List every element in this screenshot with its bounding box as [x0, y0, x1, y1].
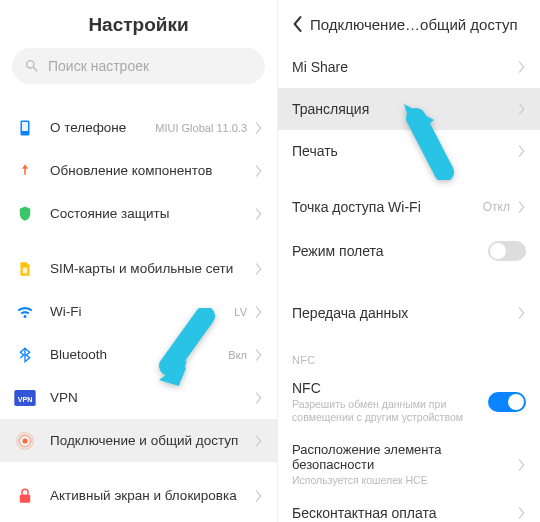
chevron-right-icon — [255, 490, 263, 502]
chevron-right-icon — [255, 263, 263, 275]
search-placeholder: Поиск настроек — [48, 58, 149, 74]
item-description: Разрешить обмен данными при совмещении с… — [292, 398, 488, 424]
bluetooth-icon — [14, 344, 36, 366]
chevron-right-icon — [255, 208, 263, 220]
item-contactless-pay[interactable]: Бесконтактная оплата — [278, 497, 540, 522]
item-value: Вкл — [228, 349, 247, 361]
item-label: О телефоне — [50, 120, 155, 135]
section-label-nfc: NFC — [278, 334, 540, 372]
svg-rect-2 — [23, 267, 28, 273]
sim-icon — [14, 258, 36, 280]
chevron-right-icon — [255, 122, 263, 134]
phone-icon — [14, 117, 36, 139]
wifi-icon — [14, 301, 36, 323]
svg-text:VPN: VPN — [18, 395, 33, 403]
airplane-toggle[interactable] — [488, 241, 526, 261]
chevron-right-icon — [518, 459, 526, 471]
item-label: Обновление компонентов — [50, 163, 255, 178]
settings-item-connection-sharing[interactable]: Подключение и общий доступ — [0, 419, 277, 462]
page-title: Подключение…общий доступ — [310, 16, 518, 33]
chevron-right-icon — [255, 392, 263, 404]
update-icon — [14, 160, 36, 182]
item-label: Расположение элемента безопасности — [292, 442, 518, 472]
chevron-right-icon — [518, 507, 526, 519]
page-title: Настройки — [0, 0, 277, 48]
settings-item-updates[interactable]: Обновление компонентов — [0, 149, 277, 192]
item-airplane-mode[interactable]: Режим полета — [278, 228, 540, 274]
connection-sharing-pane: Подключение…общий доступ Mi Share Трансл… — [278, 0, 540, 522]
chevron-right-icon — [518, 145, 526, 157]
item-label: Бесконтактная оплата — [292, 505, 518, 521]
nfc-toggle[interactable] — [488, 392, 526, 412]
svg-rect-1 — [22, 122, 28, 131]
item-label: NFC — [292, 380, 488, 396]
chevron-right-icon — [255, 435, 263, 447]
settings-item-lockscreen[interactable]: Активный экран и блокировка — [0, 474, 277, 517]
settings-item-about[interactable]: О телефоне MIUI Global 11.0.3 — [0, 106, 277, 149]
item-label: Активный экран и блокировка — [50, 488, 255, 503]
search-icon — [24, 58, 40, 74]
chevron-right-icon — [518, 307, 526, 319]
item-label: Печать — [292, 143, 518, 159]
svg-point-5 — [23, 438, 28, 443]
search-input[interactable]: Поиск настроек — [12, 48, 265, 84]
item-cast[interactable]: Трансляция — [278, 88, 540, 130]
item-label: VPN — [50, 390, 255, 405]
chevron-right-icon — [255, 306, 263, 318]
item-label: Трансляция — [292, 101, 518, 117]
item-label: SIM-карты и мобильные сети — [50, 261, 255, 276]
settings-main-pane: Настройки Поиск настроек О телефоне MIUI… — [0, 0, 278, 522]
svg-rect-8 — [20, 494, 31, 502]
item-mi-share[interactable]: Mi Share — [278, 46, 540, 88]
settings-item-display[interactable]: Экран — [0, 517, 277, 522]
item-data-transfer[interactable]: Передача данных — [278, 292, 540, 334]
item-label: Режим полета — [292, 243, 488, 259]
share-icon — [14, 430, 36, 452]
vpn-icon: VPN — [14, 387, 36, 409]
settings-item-vpn[interactable]: VPN VPN — [0, 376, 277, 419]
item-value: Откл — [483, 200, 510, 214]
item-print[interactable]: Печать — [278, 130, 540, 172]
chevron-right-icon — [518, 61, 526, 73]
item-hotspot[interactable]: Точка доступа Wi-Fi Откл — [278, 186, 540, 228]
chevron-right-icon — [255, 349, 263, 361]
chevron-right-icon — [255, 165, 263, 177]
item-label: Mi Share — [292, 59, 518, 75]
lock-icon — [14, 485, 36, 507]
settings-item-security-status[interactable]: Состояние защиты — [0, 192, 277, 235]
chevron-right-icon — [518, 201, 526, 213]
item-nfc[interactable]: NFC Разрешить обмен данными при совмещен… — [278, 372, 540, 434]
item-label: Bluetooth — [50, 347, 228, 362]
item-value: LV — [234, 306, 247, 318]
settings-item-wifi[interactable]: Wi-Fi LV — [0, 290, 277, 333]
item-description: Используется кошелек HCE — [292, 474, 518, 487]
item-label: Состояние защиты — [50, 206, 255, 221]
item-label: Wi-Fi — [50, 304, 234, 319]
settings-item-sim[interactable]: SIM-карты и мобильные сети — [0, 247, 277, 290]
item-label: Точка доступа Wi-Fi — [292, 199, 483, 215]
chevron-right-icon — [518, 103, 526, 115]
item-label: Передача данных — [292, 305, 518, 321]
shield-icon — [14, 203, 36, 225]
item-secure-element[interactable]: Расположение элемента безопасности Испол… — [278, 434, 540, 497]
settings-item-bluetooth[interactable]: Bluetooth Вкл — [0, 333, 277, 376]
item-value: MIUI Global 11.0.3 — [155, 122, 247, 134]
item-label: Подключение и общий доступ — [50, 433, 255, 448]
back-button[interactable] — [286, 13, 308, 35]
